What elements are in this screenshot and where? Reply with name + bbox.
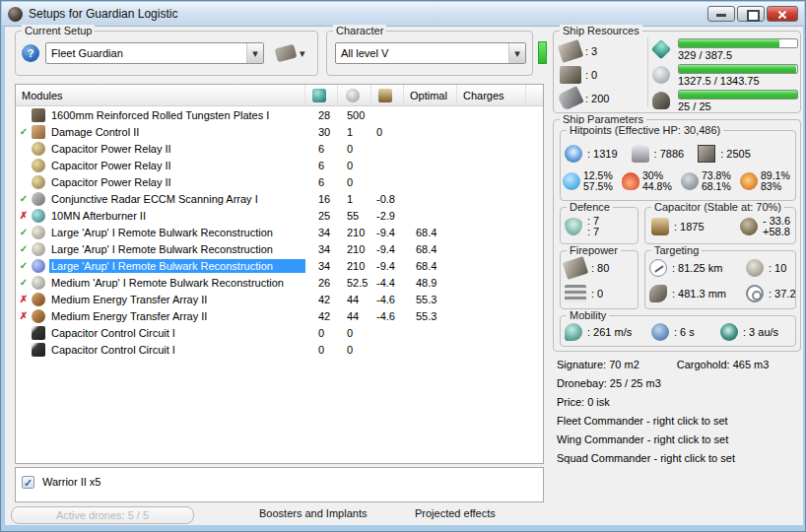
module-name: Capacitor Power Relay II xyxy=(49,175,305,189)
active-drones-button[interactable]: Active drones: 5 / 5 xyxy=(11,506,194,524)
module-row[interactable]: Large 'Arup' I Remote Bulwark Reconstruc… xyxy=(16,257,543,274)
module-cpu: 30 xyxy=(305,126,338,138)
chevron-down-icon[interactable] xyxy=(246,43,263,63)
module-name: 1600mm Reinforced Rolled Tungsten Plates… xyxy=(49,108,305,122)
module-cap: -9.4 xyxy=(371,260,404,272)
chevron-down-icon[interactable] xyxy=(508,43,525,63)
powergrid-column-header[interactable] xyxy=(338,85,371,105)
module-cpu: 34 xyxy=(305,260,338,272)
fit-ok-icon xyxy=(16,260,32,271)
module-row[interactable]: Medium Energy Transfer Array II4244-4.65… xyxy=(16,307,543,324)
module-icon xyxy=(32,226,45,239)
boosters-implants-tab[interactable]: Boosters and Implants xyxy=(259,507,367,519)
module-row[interactable]: 1600mm Reinforced Rolled Tungsten Plates… xyxy=(16,106,543,123)
scan-resolution-value: : 481.3 mm xyxy=(672,288,726,299)
module-powergrid: 210 xyxy=(338,227,371,238)
module-name: Capacitor Power Relay II xyxy=(49,159,305,172)
module-row[interactable]: Large 'Arup' I Remote Bulwark Reconstruc… xyxy=(16,240,543,257)
mobility-group: Mobility : 261 m/s : 6 s : 3 au/s xyxy=(560,315,796,347)
thermal-resist-armor: 44.8% xyxy=(642,181,672,192)
module-icon xyxy=(32,192,45,206)
module-row[interactable]: Capacitor Control Circuit I00 xyxy=(16,341,543,358)
module-powergrid: 0 xyxy=(338,143,371,155)
help-icon[interactable] xyxy=(22,44,39,62)
explosive-resist-icon xyxy=(740,172,758,190)
module-powergrid: 55 xyxy=(338,210,371,222)
max-targets-icon xyxy=(746,259,764,277)
character-select-value: All level V xyxy=(336,47,508,59)
drone-row[interactable]: Warrior II x5 xyxy=(22,472,543,492)
minimize-button[interactable] xyxy=(707,6,735,22)
module-row[interactable]: Capacitor Power Relay II60 xyxy=(16,140,543,157)
module-icon xyxy=(32,242,45,256)
launcher-hardpoints-icon xyxy=(560,66,581,84)
module-row[interactable]: Capacitor Power Relay II60 xyxy=(16,173,543,190)
capacitor-column-header[interactable] xyxy=(371,85,404,105)
squad-commander-text[interactable]: Squad Commander - right click to set xyxy=(557,449,769,468)
module-powergrid: 44 xyxy=(338,310,371,322)
warp-speed-icon xyxy=(720,323,738,341)
module-cpu: 6 xyxy=(305,176,338,188)
module-icon xyxy=(32,159,45,172)
drone-list: Warrior II x5 xyxy=(15,467,544,502)
powergrid-bar xyxy=(678,64,798,74)
module-icon xyxy=(32,293,45,306)
module-row[interactable]: 10MN Afterburner II2555-2.9 xyxy=(16,207,543,224)
module-name: Large 'Arup' I Remote Bulwark Reconstruc… xyxy=(49,226,305,239)
module-row[interactable]: Medium 'Arup' I Remote Bulwark Reconstru… xyxy=(16,274,543,291)
close-button[interactable] xyxy=(767,6,798,22)
module-row[interactable]: Capacitor Power Relay II60 xyxy=(16,157,543,173)
module-row[interactable]: Medium Energy Transfer Array II4244-4.65… xyxy=(16,291,543,307)
fleet-commander-text[interactable]: Fleet Commander - right click to set xyxy=(557,412,769,431)
thermal-resist-icon xyxy=(622,172,639,190)
capacitor-amount-value: : 1875 xyxy=(674,221,705,233)
cpu-bar-value: 329 / 387.5 xyxy=(678,49,732,61)
armor-hp-icon xyxy=(632,145,649,163)
character-label: Character xyxy=(333,25,386,36)
modules-column-header[interactable]: Modules xyxy=(16,85,305,105)
hitpoints-group: Hitpoints (Effective HP: 30,486) : 1319 … xyxy=(560,130,796,201)
module-powergrid: 1 xyxy=(338,193,371,205)
hitpoints-label: Hitpoints (Effective HP: 30,486) xyxy=(567,124,723,136)
module-optimal: 68.4 xyxy=(404,243,457,255)
right-panel: Ship Resources : 3 : 0 : 200 329 / 387.5 xyxy=(549,27,803,525)
module-row[interactable]: Large 'Arup' I Remote Bulwark Reconstruc… xyxy=(16,224,543,240)
drone-checkbox[interactable] xyxy=(22,476,34,489)
optimal-column-header[interactable]: Optimal xyxy=(404,85,457,105)
calibration-icon xyxy=(557,86,584,111)
cpu-bar xyxy=(678,38,798,48)
cpu-column-header[interactable] xyxy=(305,85,338,105)
module-optimal: 48.9 xyxy=(404,277,457,289)
warp-speed-value: : 3 au/s xyxy=(743,326,778,338)
capacitor-label: Capacitor (Stable at: 70%) xyxy=(651,201,784,213)
powergrid-icon xyxy=(652,66,670,84)
projected-effects-tab[interactable]: Projected effects xyxy=(415,507,496,519)
ship-resources-group: Ship Resources : 3 : 0 : 200 329 / 387.5 xyxy=(553,31,801,113)
module-cap: -4.6 xyxy=(371,310,404,322)
module-icon xyxy=(32,309,45,323)
setup-tools-button[interactable] xyxy=(276,46,305,60)
module-cap: -4.4 xyxy=(371,277,404,289)
client-area: Current Setup Fleet Guardian Character A… xyxy=(5,27,803,525)
fit-error-icon xyxy=(16,294,32,304)
maximize-button[interactable] xyxy=(737,6,765,22)
module-powergrid: 52.5 xyxy=(338,277,371,289)
character-select[interactable]: All level V xyxy=(335,42,526,64)
module-row[interactable]: Capacitor Control Circuit I00 xyxy=(16,324,543,341)
module-icon xyxy=(32,142,45,156)
module-name: Damage Control II xyxy=(49,125,305,139)
module-icon xyxy=(32,343,45,357)
charges-column-header[interactable]: Charges xyxy=(457,85,526,105)
module-row[interactable]: Conjunctive Radar ECCM Scanning Array I1… xyxy=(16,190,543,207)
drone-bandwidth-bar xyxy=(678,90,798,100)
firepower-group: Firepower : 80 : 0 xyxy=(560,250,638,309)
current-setup-group: Current Setup Fleet Guardian xyxy=(15,31,318,76)
setup-select[interactable]: Fleet Guardian xyxy=(45,42,264,64)
fit-ok-icon xyxy=(16,277,32,288)
module-row[interactable]: Damage Control II3010 xyxy=(16,123,543,140)
defence-group: Defence : 7: 7 xyxy=(560,207,638,244)
ship-info-block: Signature: 70 m2 Cargohold: 465 m3 Drone… xyxy=(557,356,769,468)
wing-commander-text[interactable]: Wing Commander - right click to set xyxy=(557,431,769,449)
module-rows: 1600mm Reinforced Rolled Tungsten Plates… xyxy=(16,106,543,358)
align-time-value: : 6 s xyxy=(674,326,695,338)
